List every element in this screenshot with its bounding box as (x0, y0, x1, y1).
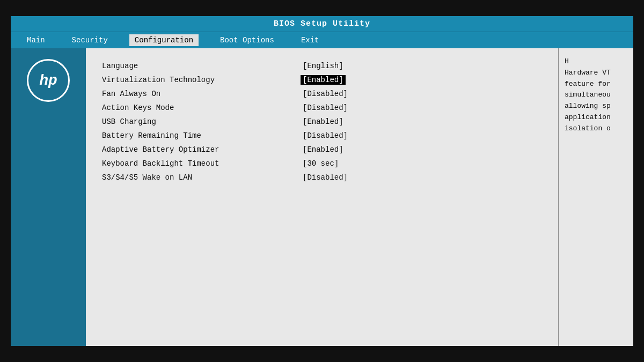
setting-value[interactable]: [Disabled] (301, 131, 350, 141)
setting-value[interactable]: [Disabled] (301, 173, 350, 182)
setting-value[interactable]: [Enabled] (301, 145, 346, 154)
table-row[interactable]: Action Keys Mode[Disabled] (102, 101, 542, 115)
right-bezel (633, 0, 644, 362)
info-panel: HHardware VTfeature forsimultaneouallowi… (558, 48, 633, 346)
table-row[interactable]: Battery Remaining Time[Disabled] (102, 129, 542, 143)
screen: BIOS Setup Utility MainSecurityConfigura… (11, 16, 633, 346)
menu-item-exit[interactable]: Exit (296, 34, 325, 46)
setting-value[interactable]: [Enabled] (301, 75, 346, 85)
setting-value[interactable]: [Enabled] (301, 117, 346, 127)
table-row[interactable]: S3/S4/S5 Wake on LAN[Disabled] (102, 171, 542, 184)
table-row[interactable]: Language[English] (102, 59, 542, 73)
top-bezel (0, 0, 644, 16)
setting-name: Virtualization Technology (102, 76, 301, 84)
info-content: HHardware VTfeature forsimultaneouallowi… (565, 57, 611, 132)
setting-name: Fan Always On (102, 90, 301, 98)
left-bezel (0, 0, 11, 362)
content-area: hp Language[English]Virtualization Techn… (11, 48, 633, 346)
logo-area: hp (11, 48, 86, 346)
settings-table: Language[English]Virtualization Technolo… (102, 59, 542, 184)
table-row[interactable]: Fan Always On[Disabled] (102, 87, 542, 101)
table-row[interactable]: USB Charging[Enabled] (102, 115, 542, 129)
bios-title: BIOS Setup Utility (274, 19, 370, 28)
menu-item-security[interactable]: Security (67, 34, 113, 46)
setting-name: Keyboard Backlight Timeout (102, 159, 301, 168)
setting-value[interactable]: [30 sec] (301, 159, 341, 168)
setting-name: Action Keys Mode (102, 104, 301, 112)
setting-name: USB Charging (102, 117, 301, 126)
setting-value[interactable]: [English] (301, 61, 346, 71)
menu-item-main[interactable]: Main (21, 34, 50, 46)
table-row[interactable]: Virtualization Technology[Enabled] (102, 73, 542, 87)
bottom-bezel (0, 346, 644, 362)
setting-name: Battery Remaining Time (102, 131, 301, 140)
setting-name: S3/S4/S5 Wake on LAN (102, 173, 301, 182)
setting-value[interactable]: [Disabled] (301, 103, 350, 113)
settings-panel: Language[English]Virtualization Technolo… (86, 48, 558, 346)
menu-item-boot-options[interactable]: Boot Options (215, 34, 280, 46)
info-text: HHardware VTfeature forsimultaneouallowi… (565, 56, 628, 135)
table-row[interactable]: Adaptive Battery Optimizer[Enabled] (102, 143, 542, 157)
title-bar: BIOS Setup Utility (11, 16, 633, 32)
menu-bar: MainSecurityConfigurationBoot OptionsExi… (11, 32, 633, 48)
table-row[interactable]: Keyboard Backlight Timeout[30 sec] (102, 157, 542, 171)
setting-name: Language (102, 62, 301, 70)
setting-value[interactable]: [Disabled] (301, 89, 350, 99)
menu-item-configuration[interactable]: Configuration (129, 34, 199, 46)
setting-name: Adaptive Battery Optimizer (102, 145, 301, 154)
hp-logo: hp (27, 59, 70, 102)
